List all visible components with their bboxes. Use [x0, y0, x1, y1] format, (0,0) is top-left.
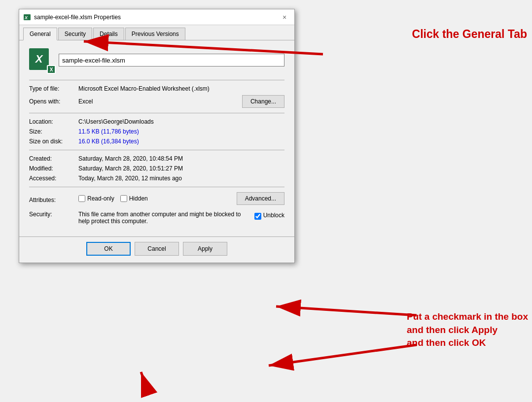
attributes-options: Read-only Hidden Advanced... — [78, 192, 284, 205]
instruction-click-general: Click the General Tab — [412, 27, 527, 42]
svg-line-4 — [276, 306, 417, 315]
divider-2 — [29, 113, 284, 113]
modified-label: Modified: — [29, 165, 78, 172]
readonly-checkbox-label[interactable]: Read-only — [78, 195, 114, 202]
location-label: Location: — [29, 118, 78, 125]
created-value: Saturday, March 28, 2020, 10:48:54 PM — [78, 155, 284, 162]
tab-general[interactable]: General — [23, 28, 57, 40]
hidden-checkbox-label[interactable]: Hidden — [120, 195, 148, 202]
size-row: Size: 11.5 KB (11,786 bytes) — [29, 128, 284, 135]
close-button[interactable]: × — [279, 11, 290, 23]
change-button[interactable]: Change... — [242, 95, 284, 108]
location-row: Location: C:\Users\George\Downloads — [29, 118, 284, 125]
file-icon — [29, 48, 53, 72]
accessed-label: Accessed: — [29, 175, 78, 182]
title-bar-icon: X — [23, 13, 31, 21]
type-value: Microsoft Excel Macro-Enabled Worksheet … — [78, 85, 284, 92]
svg-line-6 — [141, 372, 148, 392]
properties-dialog: X sample-excel-file.xlsm Properties × Ge… — [19, 9, 295, 263]
filename-input[interactable] — [59, 54, 284, 67]
modified-row: Modified: Saturday, March 28, 2020, 10:5… — [29, 165, 284, 172]
cancel-button[interactable]: Cancel — [135, 242, 179, 256]
tab-details[interactable]: Details — [93, 28, 124, 40]
location-value: C:\Users\George\Downloads — [78, 118, 284, 125]
ok-button[interactable]: OK — [86, 242, 131, 256]
modified-value: Saturday, March 28, 2020, 10:51:27 PM — [78, 165, 284, 172]
divider-4 — [29, 187, 284, 187]
dialog-title: sample-excel-file.xlsm Properties — [34, 14, 279, 21]
file-header — [29, 48, 284, 72]
tab-previous-versions[interactable]: Previous Versions — [125, 28, 185, 40]
security-label: Security: — [29, 211, 78, 225]
security-row: Security: This file came from another co… — [29, 211, 284, 225]
divider-1 — [29, 80, 284, 80]
security-content: This file came from another computer and… — [78, 211, 284, 225]
size-on-disk-row: Size on disk: 16.0 KB (16,384 bytes) — [29, 138, 284, 145]
created-row: Created: Saturday, March 28, 2020, 10:48… — [29, 155, 284, 162]
size-label: Size: — [29, 128, 78, 135]
opens-label: Opens with: — [29, 98, 78, 105]
accessed-value: Today, March 28, 2020, 12 minutes ago — [78, 175, 284, 182]
readonly-checkbox[interactable] — [78, 195, 85, 202]
security-text: This file came from another computer and… — [78, 211, 248, 225]
advanced-button[interactable]: Advanced... — [237, 192, 284, 205]
title-bar: X sample-excel-file.xlsm Properties × — [19, 9, 294, 25]
attributes-row: Attributes: Read-only Hidden Advanced... — [29, 192, 284, 208]
svg-text:X: X — [24, 15, 28, 20]
size-on-disk-value: 16.0 KB (16,384 bytes) — [78, 138, 284, 145]
excel-badge-icon — [47, 65, 56, 74]
accessed-row: Accessed: Today, March 28, 2020, 12 minu… — [29, 175, 284, 182]
size-value: 11.5 KB (11,786 bytes) — [78, 128, 284, 135]
attributes-label: Attributes: — [29, 197, 78, 203]
apply-button[interactable]: Apply — [183, 242, 227, 256]
unblock-checkbox[interactable] — [254, 213, 261, 220]
created-label: Created: — [29, 155, 78, 162]
size-on-disk-label: Size on disk: — [29, 138, 78, 145]
dialog-buttons: OK Cancel Apply — [19, 236, 294, 263]
excel-icon — [29, 48, 49, 70]
tab-security[interactable]: Security — [58, 28, 92, 40]
type-label: Type of file: — [29, 85, 78, 92]
opens-row: Opens with: Excel Change... — [29, 95, 284, 108]
unblock-label[interactable]: Unblock — [263, 212, 284, 219]
svg-line-5 — [269, 345, 417, 366]
opens-value: Excel — [78, 98, 242, 105]
dialog-content: Type of file: Microsoft Excel Macro-Enab… — [19, 40, 294, 236]
instruction-checkmark: Put a checkmark in the boxand then click… — [407, 310, 528, 350]
hidden-checkbox[interactable] — [120, 195, 127, 202]
divider-3 — [29, 150, 284, 150]
unblock-area: Unblock — [254, 211, 284, 220]
tab-bar: General Security Details Previous Versio… — [19, 25, 294, 40]
type-row: Type of file: Microsoft Excel Macro-Enab… — [29, 85, 284, 92]
